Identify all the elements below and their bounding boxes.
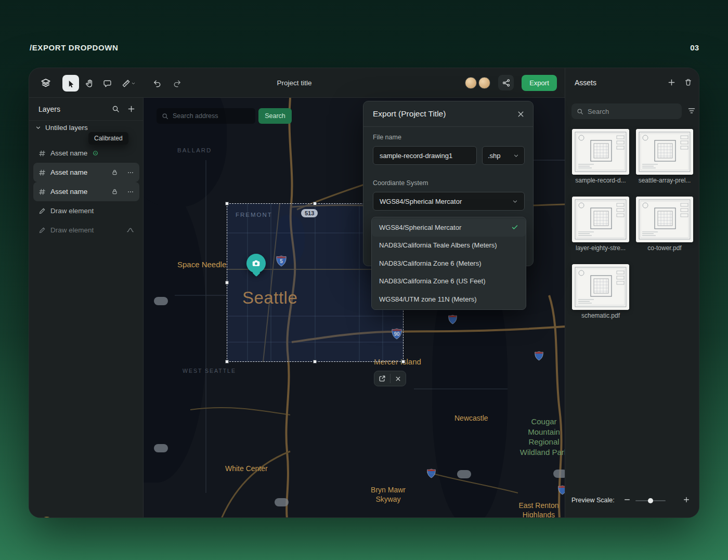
file-name-input[interactable] [373, 146, 477, 165]
comment-tool-button[interactable] [99, 75, 115, 92]
user-row[interactable]: Teodor Willfield [40, 517, 109, 518]
coordinate-system-select[interactable]: WGS84/Spherical Mercator [373, 192, 525, 211]
layer-menu-icon[interactable] [127, 169, 134, 176]
undo-button[interactable] [149, 75, 165, 92]
preview-scale-label: Preview Scale: [571, 497, 615, 504]
user-avatar [40, 517, 54, 518]
add-layer-button[interactable] [124, 102, 138, 116]
file-name-label: File name [373, 134, 401, 141]
route-marker-pill [457, 470, 471, 478]
interstate-shield-small [558, 485, 565, 495]
history-buttons [149, 75, 185, 92]
share-button[interactable] [498, 75, 514, 90]
layer-item-asset-1[interactable]: Asset name [33, 144, 139, 163]
dropdown-option[interactable]: NAD83/California Zone 6 (US Feet) [372, 272, 526, 291]
chevron-down-icon [131, 81, 136, 86]
hand-tool-button[interactable] [81, 75, 97, 92]
coordinate-system-dropdown: WGS84/Spherical Mercator NAD83/Californi… [371, 217, 526, 310]
layer-group-untiled[interactable]: Untiled layers [35, 124, 88, 132]
redo-button[interactable] [168, 75, 185, 92]
project-title[interactable]: Project title [253, 68, 336, 98]
dropdown-option[interactable]: NAD83/California Zone 6 (Meters) [372, 254, 526, 272]
route-marker-pill [275, 498, 289, 506]
file-extension-select[interactable]: .shp [482, 146, 525, 165]
asset-name: seattle-array-prel... [636, 177, 693, 184]
interstate-shield-small [427, 468, 436, 478]
open-export-icon[interactable] [374, 371, 390, 386]
delete-asset-button[interactable] [681, 75, 695, 89]
assets-search-bar[interactable]: Search [571, 103, 682, 119]
layer-menu-icon[interactable] [127, 188, 134, 196]
asset-thumbnail[interactable] [572, 197, 629, 242]
app-logo-icon[interactable] [37, 75, 54, 92]
assets-panel: Assets Search sample-record-d... seattle… [565, 68, 699, 518]
spline-icon [126, 226, 134, 234]
pen-icon [38, 227, 46, 234]
coordinate-system-value: WGS84/Spherical Mercator [380, 198, 462, 205]
asset-thumbnail[interactable] [636, 129, 693, 175]
resize-handle[interactable] [401, 360, 405, 363]
layer-item-draw-2[interactable]: Draw element [33, 220, 139, 240]
resize-handle[interactable] [225, 360, 229, 363]
modal-close-icon[interactable] [514, 108, 527, 120]
chevron-down-icon [513, 153, 519, 159]
coordinate-system-label: Coordiante System [373, 179, 428, 187]
layers-search-button[interactable] [109, 102, 122, 116]
avatar[interactable] [478, 77, 490, 89]
camera-pin[interactable] [246, 254, 266, 273]
resize-handle[interactable] [313, 360, 317, 363]
preview-scale-row: Preview Scale: [565, 494, 699, 507]
layer-item-label: Asset name [50, 188, 87, 196]
asset-thumbnail[interactable] [572, 264, 629, 310]
lock-icon[interactable] [111, 188, 118, 195]
chevron-down-icon [35, 125, 41, 131]
preview-scale-slider[interactable] [635, 500, 666, 501]
close-selection-icon[interactable] [391, 371, 406, 386]
layer-item-asset-2[interactable]: Asset name [33, 163, 139, 182]
resize-handle[interactable] [225, 202, 229, 205]
map-label-cougar-mountain: Cougar Mountain Regional Wildland Park [515, 416, 565, 457]
camera-icon [251, 258, 261, 268]
zoom-out-icon[interactable] [623, 496, 631, 503]
layer-item-label: Asset name [50, 168, 87, 176]
modal-title: Export (Project Title) [373, 109, 446, 119]
map-search-button[interactable]: Search [258, 108, 292, 124]
layer-item-draw-1[interactable]: Draw element [33, 201, 139, 220]
lock-icon[interactable] [111, 169, 118, 176]
add-asset-button[interactable] [665, 75, 678, 89]
resize-handle[interactable] [225, 281, 229, 284]
assets-title: Assets [575, 79, 596, 87]
export-modal: Export (Project Title) File name .shp Co… [363, 101, 534, 266]
calibrated-target-icon [92, 150, 99, 157]
layers-title: Layers [38, 105, 60, 113]
layer-item-label: Draw element [50, 226, 94, 234]
map-label-west-seattle: WEST SEATTLE [183, 368, 236, 374]
toolbar: Project title Export [29, 68, 565, 98]
select-tool-button[interactable] [62, 75, 79, 92]
asset-thumbnail[interactable] [572, 129, 629, 175]
chevron-down-icon [512, 199, 518, 204]
hash-icon [38, 188, 46, 196]
route-marker-pill [154, 297, 168, 305]
hash-icon [38, 150, 46, 157]
dropdown-option[interactable]: NAD83/California Teale Albers (Meters) [372, 237, 526, 255]
map-search-placeholder: Search address [173, 112, 218, 120]
zoom-in-icon[interactable] [683, 496, 690, 503]
resize-handle[interactable] [313, 202, 317, 205]
page-title: /EXPORT DROPDOWN [30, 43, 118, 52]
route-marker-pill [154, 444, 168, 452]
map-label-white-center: White Center [225, 464, 268, 473]
asset-thumbnail[interactable] [636, 197, 693, 242]
pen-icon [38, 207, 46, 215]
avatar[interactable] [465, 77, 477, 89]
dropdown-option[interactable]: WGS84/Spherical Mercator [372, 218, 526, 237]
dropdown-option[interactable]: WGS84/UTM zone 11N (Meters) [372, 290, 526, 308]
export-button[interactable]: Export [522, 75, 557, 91]
layer-item-asset-3[interactable]: Asset name [33, 182, 139, 201]
filter-icon[interactable] [687, 107, 696, 115]
slider-thumb[interactable] [648, 498, 653, 503]
map-search-bar[interactable]: Search address [157, 108, 255, 124]
interstate-shield-small [535, 351, 543, 361]
measure-tool-button[interactable] [117, 75, 140, 92]
assets-search-placeholder: Search [588, 108, 609, 115]
